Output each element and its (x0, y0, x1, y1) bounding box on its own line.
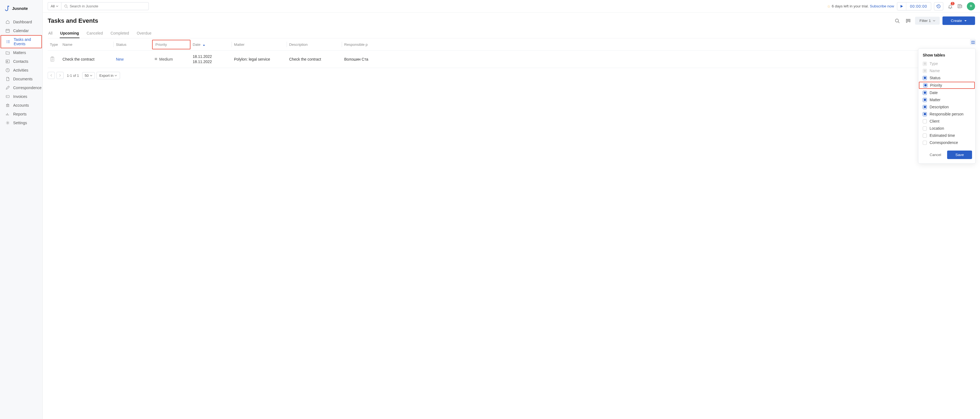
col-matter[interactable]: Matter (232, 43, 286, 46)
nav-label: Calendar (13, 29, 29, 33)
svg-point-2 (6, 40, 7, 41)
column-toggle-client[interactable]: Client (918, 118, 975, 125)
cell-priority: 〓 Medium (152, 57, 191, 61)
avatar-add[interactable]: + (967, 2, 975, 10)
export-label: Export in (99, 73, 113, 78)
timer: 00:00:00 (897, 2, 931, 10)
timer-play-button[interactable] (897, 2, 906, 10)
column-settings-button[interactable] (970, 40, 975, 45)
checkbox (923, 112, 927, 116)
col-name[interactable]: Name (60, 43, 113, 46)
sidebar-item-accounts[interactable]: Accounts (0, 101, 43, 110)
svg-point-9 (7, 122, 8, 124)
search-tasks-button[interactable] (893, 17, 901, 25)
subscribe-link[interactable]: Subscribe now (870, 4, 894, 8)
col-responsible[interactable]: Responsible p (342, 43, 975, 46)
timer-history-button[interactable] (934, 2, 943, 10)
svg-point-3 (6, 41, 7, 42)
nav-label: Activities (13, 68, 28, 72)
trial-notice: ☆ 6 days left in your trial. Subscribe n… (827, 4, 894, 8)
col-type[interactable]: Type (48, 43, 60, 46)
column-toggle-description[interactable]: Description (918, 104, 975, 110)
search-input[interactable] (70, 4, 146, 8)
nav-label: Invoices (13, 94, 27, 99)
checkbox-label: Date (929, 91, 938, 95)
logo[interactable]: Jusnote (0, 2, 43, 16)
table-row[interactable]: Check the contract New 〓 Medium 18.11.20… (48, 51, 975, 68)
sidebar-item-reports[interactable]: Reports (0, 110, 43, 118)
checkbox (923, 62, 927, 66)
table: Type Name Status Priority Date ▲ Matter … (43, 38, 980, 83)
tasks-icon (6, 40, 10, 44)
sidebar-item-documents[interactable]: Documents (0, 75, 43, 83)
column-toggle-estimated-time[interactable]: Estimated time (918, 132, 975, 139)
page-size-selector[interactable]: 50 (82, 72, 95, 79)
col-date[interactable]: Date ▲ (191, 43, 232, 46)
sidebar-item-dashboard[interactable]: Dashboard (0, 18, 43, 26)
sidebar-item-calendar[interactable]: Calendar (0, 26, 43, 35)
sidebar-item-matters[interactable]: Matters (0, 48, 43, 57)
column-toggle-priority[interactable]: Priority (919, 82, 975, 89)
cell-matter: Polylon: legal service (232, 57, 286, 61)
sidebar-item-invoices[interactable]: Invoices (0, 92, 43, 101)
nav-label: Tasks and Events (14, 37, 38, 46)
tab-overdue[interactable]: Overdue (136, 29, 152, 38)
sidebar-item-contacts[interactable]: Contacts (0, 57, 43, 66)
topbar: All ☆ 6 days left in your trial. Subscri… (43, 0, 980, 13)
news-button[interactable] (957, 3, 963, 9)
tab-canceled[interactable]: Canceled (86, 29, 103, 38)
nav-label: Dashboard (13, 20, 32, 24)
cell-type (48, 56, 60, 62)
checkbox (923, 134, 927, 138)
priority-label: Medium (159, 57, 173, 61)
col-description[interactable]: Description (287, 43, 342, 46)
cancel-button[interactable]: Cancel (926, 151, 945, 159)
create-button[interactable]: Create (942, 16, 975, 25)
column-toggle-status[interactable]: Status (918, 74, 975, 81)
folder-icon (5, 51, 10, 55)
filter-button[interactable]: Filter 1 (915, 17, 940, 25)
nav-label: Matters (13, 51, 26, 55)
nav-label: Correspondence (13, 86, 41, 90)
svg-rect-17 (971, 41, 974, 44)
page-prev-button[interactable] (48, 72, 55, 79)
checkbox (923, 126, 927, 131)
date-end: 18.11.2022 (192, 59, 229, 64)
search-scope-selector[interactable]: All (48, 2, 61, 10)
page-next-button[interactable] (56, 72, 64, 79)
checkbox-label: Description (929, 105, 949, 109)
board-view-button[interactable] (904, 17, 912, 25)
save-button[interactable]: Save (947, 151, 972, 159)
sidebar-item-tasks-and-events[interactable]: Tasks and Events (0, 35, 42, 48)
bank-icon (5, 103, 10, 107)
tab-all[interactable]: All (48, 29, 53, 38)
tab-completed[interactable]: Completed (110, 29, 130, 38)
svg-rect-15 (908, 19, 909, 21)
sidebar-item-activities[interactable]: Activities (0, 66, 43, 75)
cell-description: Check the contract (287, 57, 342, 61)
checkbox-label: Responsible person (929, 112, 964, 116)
cell-name: Check the contract (60, 57, 113, 61)
checkbox-label: Priority (930, 83, 942, 88)
export-button[interactable]: Export in (97, 72, 120, 79)
show-tables-popover: Show tables TypeNameStatusPriorityDateMa… (918, 48, 975, 164)
col-status[interactable]: Status (114, 43, 152, 46)
column-toggle-correspondence[interactable]: Correspondence (918, 139, 975, 146)
cell-date: 18.11.2022 18.11.2022 (191, 54, 232, 64)
column-toggle-date[interactable]: Date (918, 89, 975, 96)
page-header: Tasks and Events Filter 1 Create (43, 13, 980, 38)
app-logo-icon (5, 5, 10, 11)
nav-label: Accounts (13, 103, 29, 107)
tab-upcoming[interactable]: Upcoming (60, 29, 80, 38)
notifications-button[interactable]: 1 (948, 3, 953, 9)
column-toggle-matter[interactable]: Matter (918, 96, 975, 104)
nav-label: Documents (13, 77, 33, 81)
column-toggle-responsible-person[interactable]: Responsible person (918, 110, 975, 118)
checkbox (923, 83, 928, 88)
triangle-down-icon (964, 19, 967, 22)
col-priority[interactable]: Priority (152, 40, 191, 49)
column-toggle-location[interactable]: Location (918, 125, 975, 132)
sidebar-item-correspondence[interactable]: Correspondence (0, 83, 43, 92)
sidebar-item-settings[interactable]: Settings (0, 118, 43, 127)
checkbox (923, 119, 927, 123)
